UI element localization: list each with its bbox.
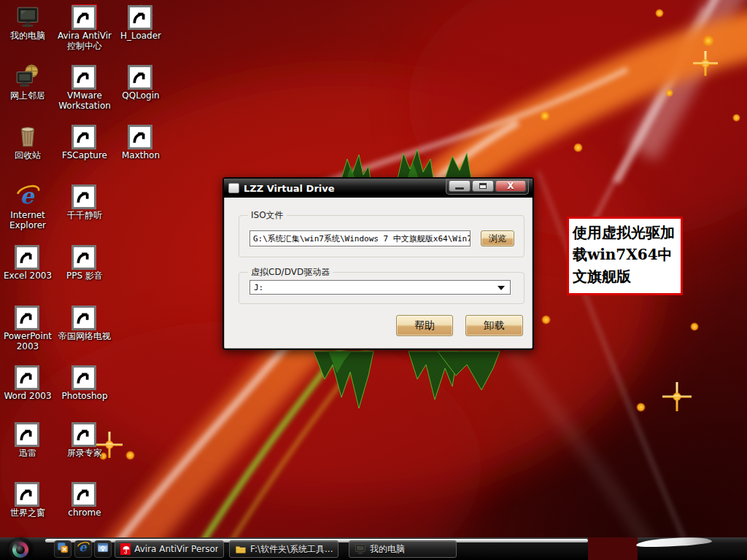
sparkle xyxy=(732,114,740,122)
desktop-icon-powerpoint[interactable]: PowerPoint 2003 xyxy=(0,305,55,351)
chrome-icon xyxy=(72,481,97,506)
maxthon-icon: m xyxy=(128,124,153,149)
chevron-down-icon xyxy=(498,286,505,290)
drive-select[interactable]: J: xyxy=(249,280,511,295)
window-controls: X xyxy=(446,179,529,195)
virtual-drive-group-label: 虚拟CD/DVD驱动器 xyxy=(248,266,333,279)
sparkle xyxy=(636,402,646,412)
icon-label: Avira AntiVir 控制中心 xyxy=(57,31,112,51)
desktop-icon-world-window[interactable]: 世界之窗 xyxy=(0,481,55,518)
task-label: F:\软件夹\系统工具... xyxy=(250,543,333,556)
window-titlebar[interactable]: LZZ Virtual Drive X xyxy=(224,179,533,198)
desktop-icon-vmware[interactable]: VMware Workstation xyxy=(57,64,112,111)
desktop-icon-thunder[interactable]: 迅雷 xyxy=(0,421,55,458)
quick-launch-show-desktop[interactable] xyxy=(54,540,71,558)
icon-label: 网上邻居 xyxy=(0,90,55,101)
avira-icon xyxy=(72,4,97,29)
icon-label: chrome xyxy=(57,508,112,518)
icon-label: 屏录专家 xyxy=(57,448,112,458)
my-computer-icon xyxy=(15,4,40,29)
icon-label: QQLogin xyxy=(113,90,169,101)
iso-path-input[interactable]: G:\系统汇集\win7系统\Windows 7 中文旗舰版x64\Win7 xyxy=(249,230,471,246)
quick-launch-windows-explorer[interactable] xyxy=(94,540,112,558)
internet-explorer-icon: e xyxy=(15,184,40,209)
sparkle-star xyxy=(662,382,692,411)
desktop-icon-network-places[interactable]: 网上邻居 xyxy=(0,64,55,101)
sparkle xyxy=(655,9,664,18)
icon-label: Maxthon xyxy=(113,150,169,160)
icon-label: FSCapture xyxy=(57,150,112,160)
taskbar-task-2[interactable]: F:\软件夹\系统工具... xyxy=(229,540,338,558)
quick-launch-internet-explorer[interactable]: e xyxy=(74,540,92,558)
sparkle xyxy=(540,111,550,121)
minimize-button[interactable] xyxy=(449,180,471,192)
powerpoint-icon xyxy=(15,305,40,330)
icon-label: PPS 影音 xyxy=(57,271,112,281)
desktop-icon-ttplayer[interactable]: 千千静听 xyxy=(57,184,112,220)
desktop-icon-h-loader[interactable]: H_Loader xyxy=(113,4,169,41)
maximize-icon xyxy=(479,183,487,189)
minimize-icon xyxy=(455,187,464,190)
sparkle xyxy=(690,322,699,331)
icon-label: Word 2003 xyxy=(0,391,55,401)
taskbar-task-1[interactable]: Avira AntiVir Person... xyxy=(115,540,224,558)
close-button[interactable]: X xyxy=(495,180,526,192)
desktop-icon-my-computer[interactable]: 我的电脑 xyxy=(0,4,55,41)
icon-label: PowerPoint 2003 xyxy=(0,331,55,351)
start-button[interactable] xyxy=(9,538,32,560)
icon-label: 我的电脑 xyxy=(0,31,55,41)
thunder-icon xyxy=(15,421,40,446)
icon-label: 迅雷 xyxy=(0,448,55,458)
desktop-icon-word[interactable]: WWord 2003 xyxy=(0,365,55,401)
ttplayer-icon xyxy=(72,184,97,209)
desktop-icon-fscapture[interactable]: FSCapture xyxy=(57,124,112,160)
lzz-virtual-drive-window: LZZ Virtual Drive X ISO文件 G:\系统汇集\win7系统… xyxy=(222,177,534,350)
maximize-button[interactable] xyxy=(472,180,494,192)
screen-recorder-icon xyxy=(72,421,97,446)
taskbar: e Avira AntiVir Person...F:\软件夹\系统工具...我… xyxy=(0,537,747,560)
sparkle xyxy=(703,35,714,47)
h-loader-icon xyxy=(128,4,153,29)
desktop-icon-internet-explorer[interactable]: eInternet Explorer xyxy=(0,184,55,230)
help-button[interactable]: 帮助 xyxy=(396,315,453,336)
drive-select-value: J: xyxy=(254,283,263,292)
desktop-icon-pps[interactable]: PPSPPS 影音 xyxy=(57,244,112,281)
taskbar-task-3[interactable]: 我的电脑 xyxy=(349,540,457,558)
taskbar-swoosh xyxy=(636,536,712,548)
desktop-icon-screen-recorder[interactable]: 屏录专家 xyxy=(57,421,112,458)
close-icon: X xyxy=(507,181,514,191)
icon-label: 世界之窗 xyxy=(0,508,55,518)
sparkle xyxy=(125,451,135,460)
desktop-icon-maxthon[interactable]: mMaxthon xyxy=(113,124,169,160)
desktop-icon-chrome[interactable]: chrome xyxy=(57,481,112,518)
iso-file-group-label: ISO文件 xyxy=(248,209,287,222)
desktop-icon-avira[interactable]: Avira AntiVir 控制中心 xyxy=(57,4,112,51)
icon-label: H_Loader xyxy=(113,31,169,41)
window-icon xyxy=(228,183,239,193)
desktop-icon-recycle-bin[interactable]: 回收站 xyxy=(0,124,55,160)
annotation-note: 使用虚拟光驱加载win7X64中文旗舰版 xyxy=(567,217,683,295)
desktop-icon-photoshop[interactable]: PsPhotoshop xyxy=(57,365,112,401)
desktop-icon-qqlogin[interactable]: CFQQLogin xyxy=(113,64,169,101)
taskbar-gap xyxy=(588,537,638,560)
task-label: 我的电脑 xyxy=(370,543,405,556)
browse-button[interactable]: 浏览 xyxy=(481,230,514,246)
windows-explorer-icon xyxy=(96,541,109,557)
icon-label: 帝国网络电视 xyxy=(57,331,112,341)
sparkle xyxy=(573,143,583,152)
recycle-bin-icon xyxy=(15,124,40,149)
unload-button[interactable]: 卸载 xyxy=(465,315,523,336)
sparkle-star xyxy=(693,51,718,76)
photoshop-icon: Ps xyxy=(72,365,97,389)
desktop-icon-empire-tv[interactable]: 帝国网络电视 xyxy=(57,305,112,341)
desktop-icon-excel[interactable]: XExcel 2003 xyxy=(0,244,55,281)
vmware-icon xyxy=(72,64,97,89)
word-icon: W xyxy=(15,365,40,389)
icon-label: 千千静听 xyxy=(57,210,112,220)
icon-label: Photoshop xyxy=(57,391,112,401)
window-title: LZZ Virtual Drive xyxy=(244,183,335,194)
fscapture-icon xyxy=(72,124,97,149)
excel-icon: X xyxy=(15,244,40,269)
my-computer-icon xyxy=(355,543,366,555)
folder-icon xyxy=(235,543,247,555)
